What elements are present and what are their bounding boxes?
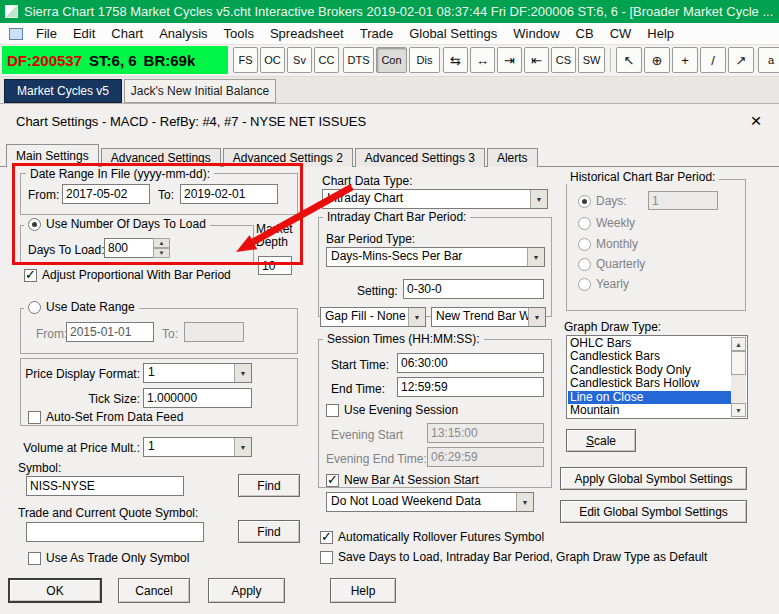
range-to-input[interactable] bbox=[184, 322, 244, 342]
apply-button[interactable]: Apply bbox=[208, 578, 285, 603]
historical-quarterly-radio[interactable]: Quarterly bbox=[578, 257, 645, 271]
menu-edit[interactable]: Edit bbox=[65, 23, 103, 44]
historical-yearly-radio[interactable]: Yearly bbox=[578, 277, 629, 291]
chevron-down-icon[interactable] bbox=[530, 190, 547, 208]
chevron-down-icon[interactable] bbox=[408, 308, 425, 326]
toolbar-button-sv[interactable]: Sv bbox=[287, 47, 312, 73]
trendline-tool-icon[interactable]: ↗ bbox=[728, 47, 754, 73]
tab-advanced-settings-2[interactable]: Advanced Settings 2 bbox=[223, 148, 353, 167]
start-time-input[interactable] bbox=[397, 353, 544, 373]
file-from-input[interactable] bbox=[62, 184, 150, 204]
use-as-trade-only-checkbox[interactable]: Use As Trade Only Symbol bbox=[28, 551, 189, 565]
menu-window[interactable]: Window bbox=[505, 23, 567, 44]
chevron-down-icon[interactable] bbox=[234, 438, 251, 456]
market-depth-input[interactable] bbox=[258, 256, 292, 275]
range-from-input[interactable] bbox=[66, 322, 154, 342]
tab-main-settings[interactable]: Main Settings bbox=[6, 144, 99, 167]
evening-start-input[interactable] bbox=[427, 423, 544, 443]
edit-global-symbol-settings-button[interactable]: Edit Global Symbol Settings bbox=[560, 500, 747, 523]
menu-spreadsheet[interactable]: Spreadsheet bbox=[262, 23, 352, 44]
historical-days-input[interactable] bbox=[648, 191, 718, 210]
scroll-up-icon[interactable] bbox=[731, 337, 746, 351]
menu-global-settings[interactable]: Global Settings bbox=[401, 23, 505, 44]
save-defaults-checkbox[interactable]: Save Days to Load, Intraday Bar Period, … bbox=[320, 550, 707, 564]
bar-period-type-combo[interactable]: Days-Mins-Secs Per Bar bbox=[326, 247, 545, 267]
days-to-load-input[interactable] bbox=[104, 238, 154, 258]
tab-advanced-settings-3[interactable]: Advanced Settings 3 bbox=[355, 148, 485, 167]
toolbar-button-cc[interactable]: CC bbox=[314, 47, 339, 73]
swap-bars-icon[interactable]: ⇆ bbox=[443, 47, 468, 73]
scale-button[interactable]: Scale bbox=[566, 429, 636, 452]
new-trend-bar-combo[interactable]: New Trend Bar W bbox=[431, 307, 546, 327]
toolbar-button-sw[interactable]: SW bbox=[578, 47, 605, 73]
price-display-format-combo[interactable]: 1 bbox=[143, 363, 252, 383]
menu-cb[interactable]: CB bbox=[568, 23, 602, 44]
chart-tab-market-cycles[interactable]: Market Cycles v5 bbox=[4, 79, 122, 103]
text-tool-button[interactable]: a bbox=[758, 47, 779, 73]
gap-fill-combo[interactable]: Gap Fill - None bbox=[320, 307, 426, 327]
menu-chart[interactable]: Chart bbox=[103, 23, 151, 44]
list-item-selected[interactable]: Line on Close bbox=[568, 391, 731, 404]
use-evening-session-checkbox[interactable]: Use Evening Session bbox=[326, 403, 458, 417]
historical-weekly-radio[interactable]: Weekly bbox=[578, 216, 635, 230]
tick-size-input[interactable] bbox=[143, 388, 252, 408]
menu-file[interactable]: File bbox=[28, 23, 65, 44]
spinner-up-icon[interactable] bbox=[153, 238, 170, 248]
pointer-tool-icon[interactable]: ↖ bbox=[616, 47, 642, 73]
list-item[interactable]: Candlestick Bars bbox=[568, 350, 731, 363]
adjust-proportional-checkbox[interactable]: Adjust Proportional With Bar Period bbox=[24, 268, 231, 282]
new-bar-at-session-start-checkbox[interactable]: New Bar At Session Start bbox=[326, 473, 479, 487]
cancel-button[interactable]: Cancel bbox=[118, 578, 190, 603]
crosshair-tool-icon[interactable]: ⊕ bbox=[644, 47, 670, 73]
toolbar-button-fs[interactable]: FS bbox=[233, 47, 258, 73]
chart-window-icon[interactable] bbox=[9, 28, 23, 40]
rollover-futures-checkbox[interactable]: Automatically Rollover Futures Symbol bbox=[320, 530, 544, 544]
symbol-input[interactable] bbox=[26, 476, 184, 496]
volume-mult-combo[interactable]: 1 bbox=[143, 437, 252, 457]
toolbar-button-oc[interactable]: OC bbox=[260, 47, 285, 73]
menu-help[interactable]: Help bbox=[639, 23, 682, 44]
scroll-end-icon[interactable]: ⇥ bbox=[497, 47, 522, 73]
list-item[interactable]: Candlestick Body Only bbox=[568, 364, 731, 377]
graph-draw-type-listbox[interactable]: OHLC Bars Candlestick Bars Candlestick B… bbox=[566, 335, 748, 419]
chevron-down-icon[interactable] bbox=[516, 493, 533, 511]
toolbar-button-dts[interactable]: DTS bbox=[343, 47, 374, 73]
chevron-down-icon[interactable] bbox=[527, 248, 544, 266]
toolbar-button-con[interactable]: Con bbox=[376, 47, 407, 73]
help-button[interactable]: Help bbox=[330, 578, 396, 603]
auto-set-data-feed-checkbox[interactable]: Auto-Set From Data Feed bbox=[28, 410, 183, 424]
scroll-down-icon[interactable] bbox=[731, 403, 746, 417]
list-item[interactable]: OHLC Bars bbox=[568, 337, 731, 350]
historical-days-radio[interactable]: Days: bbox=[578, 194, 627, 208]
historical-monthly-radio[interactable]: Monthly bbox=[578, 237, 638, 251]
fit-width-icon[interactable]: ↔ bbox=[470, 47, 495, 73]
toolbar-button-dis[interactable]: Dis bbox=[409, 47, 440, 73]
trade-symbol-find-button[interactable]: Find bbox=[238, 520, 300, 543]
tab-advanced-settings[interactable]: Advanced Settings bbox=[101, 148, 221, 167]
weekend-data-combo[interactable]: Do Not Load Weekend Data bbox=[326, 492, 534, 512]
menu-trade[interactable]: Trade bbox=[352, 23, 401, 44]
line-tool-icon[interactable]: / bbox=[700, 47, 726, 73]
use-date-range-radio[interactable]: Use Date Range bbox=[24, 300, 139, 314]
menu-analysis[interactable]: Analysis bbox=[151, 23, 215, 44]
symbol-find-button[interactable]: Find bbox=[238, 474, 300, 497]
toolbar-button-cs[interactable]: CS bbox=[551, 47, 576, 73]
file-to-input[interactable] bbox=[180, 184, 278, 204]
close-icon[interactable] bbox=[746, 110, 766, 130]
list-item[interactable]: Candlestick Bars Hollow bbox=[568, 377, 731, 390]
use-days-to-load-radio[interactable]: Use Number Of Days To Load bbox=[24, 217, 210, 231]
chart-data-type-combo[interactable]: Intraday Chart bbox=[322, 189, 548, 209]
trade-symbol-input[interactable] bbox=[26, 522, 204, 542]
evening-end-input[interactable] bbox=[427, 447, 544, 467]
list-item[interactable]: Mountain bbox=[568, 404, 731, 417]
chevron-down-icon[interactable] bbox=[234, 364, 251, 382]
scroll-start-icon[interactable]: ⇤ bbox=[524, 47, 549, 73]
ok-button[interactable]: OK bbox=[8, 578, 102, 603]
plus-tool-icon[interactable]: + bbox=[672, 47, 698, 73]
scrollbar-thumb[interactable] bbox=[731, 351, 746, 375]
end-time-input[interactable] bbox=[397, 377, 544, 397]
listbox-scrollbar[interactable] bbox=[731, 337, 746, 417]
menu-tools[interactable]: Tools bbox=[216, 23, 262, 44]
spinner-down-icon[interactable] bbox=[153, 248, 170, 258]
tab-alerts[interactable]: Alerts bbox=[487, 148, 538, 167]
